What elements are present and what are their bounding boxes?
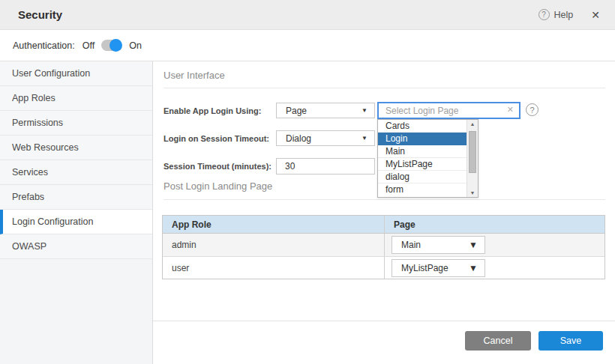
help-button[interactable]: ? Help: [538, 9, 574, 20]
session-timeout-action-select[interactable]: Dialog ▼: [276, 130, 375, 146]
dropdown-option-login[interactable]: Login: [378, 133, 466, 145]
enable-app-login-value: Page: [286, 106, 307, 116]
section-heading-user-interface: User Interface: [164, 70, 225, 81]
authentication-row: Authentication: Off On: [0, 30, 615, 61]
scrollbar-thumb[interactable]: [469, 131, 476, 173]
login-page-combo: ✕: [377, 102, 520, 119]
section-heading-post-login: Post Login Landing Page: [164, 181, 272, 192]
authentication-toggle[interactable]: [101, 40, 121, 51]
dropdown-option-main[interactable]: Main: [378, 145, 466, 158]
session-timeout-minutes-label: Session Timeout (minutes):: [164, 162, 272, 171]
sidebar-item-permissions[interactable]: Permissions: [0, 111, 152, 136]
sidebar-item-app-roles[interactable]: App Roles: [0, 86, 152, 111]
divider: [164, 199, 605, 200]
sidebar-item-owasp[interactable]: OWASP: [0, 234, 152, 259]
dropdown-option-mylistpage[interactable]: MyListPage: [378, 158, 466, 171]
toggle-knob: [110, 39, 122, 52]
session-timeout-minutes-input[interactable]: 30: [276, 158, 375, 175]
dropdown-option-form[interactable]: form: [378, 183, 466, 196]
page-select-admin-value: Main: [401, 240, 421, 250]
footer-divider: [153, 321, 615, 321]
security-dialog: Security ? Help ✕ Authentication: Off On…: [0, 0, 615, 364]
enable-app-login-select[interactable]: Page ▼: [276, 103, 375, 118]
sidebar: User Configuration App Roles Permissions…: [0, 61, 153, 364]
table-header-row: App Role Page: [163, 216, 604, 234]
page-select-admin[interactable]: Main ▼: [392, 236, 485, 254]
dropdown-option-dialog[interactable]: dialog: [378, 171, 466, 183]
toggle-off-label: Off: [82, 40, 94, 51]
app-role-cell: user: [163, 257, 385, 279]
chevron-down-icon: ▼: [469, 240, 478, 250]
dialog-header: Security ? Help ✕: [0, 0, 615, 30]
page-title: Security: [18, 8, 538, 21]
chevron-down-icon: ▼: [362, 135, 368, 142]
scroll-down-icon[interactable]: ▼: [467, 190, 478, 195]
dropdown-scrollbar[interactable]: ▲ ▼: [466, 120, 478, 197]
login-page-dropdown-list: Cards Login Main MyListPage dialog form …: [377, 119, 478, 198]
column-header-page: Page: [385, 216, 604, 233]
sidebar-item-user-configuration[interactable]: User Configuration: [0, 61, 152, 86]
clear-icon[interactable]: ✕: [507, 105, 514, 115]
app-role-cell: admin: [163, 234, 385, 256]
authentication-label: Authentication:: [13, 40, 75, 51]
page-select-user-value: MyListPage: [401, 263, 448, 273]
save-button[interactable]: Save: [538, 331, 603, 351]
help-label: Help: [554, 10, 574, 20]
field-help-icon[interactable]: ?: [526, 103, 538, 116]
table-row-admin: admin Main ▼: [163, 234, 604, 256]
sidebar-item-login-configuration[interactable]: Login Configuration: [0, 210, 152, 234]
enable-app-login-label: Enable App Login Using:: [164, 106, 261, 115]
divider: [164, 88, 605, 88]
chevron-down-icon: ▼: [469, 263, 478, 273]
session-timeout-action-value: Dialog: [286, 133, 311, 144]
table-row-user: user MyListPage ▼: [163, 256, 604, 279]
sidebar-item-prefabs[interactable]: Prefabs: [0, 185, 152, 210]
scroll-up-icon[interactable]: ▲: [467, 121, 478, 127]
cancel-button[interactable]: Cancel: [465, 331, 531, 351]
dropdown-option-cards[interactable]: Cards: [378, 120, 466, 133]
post-login-table: App Role Page admin Main ▼ user MyListPa…: [162, 215, 605, 279]
page-select-user[interactable]: MyListPage ▼: [392, 259, 485, 277]
toggle-on-label: On: [129, 40, 142, 51]
main-panel: User Interface Enable App Login Using: P…: [153, 61, 615, 364]
sidebar-item-web-resources[interactable]: Web Resources: [0, 136, 152, 160]
help-icon: ?: [538, 9, 550, 20]
sidebar-item-services[interactable]: Services: [0, 160, 152, 185]
chevron-down-icon: ▼: [362, 107, 368, 114]
close-icon[interactable]: ✕: [591, 9, 600, 21]
column-header-app-role: App Role: [163, 216, 385, 233]
session-timeout-action-label: Login on Session Timeout:: [164, 134, 269, 143]
login-page-input[interactable]: [377, 102, 520, 119]
